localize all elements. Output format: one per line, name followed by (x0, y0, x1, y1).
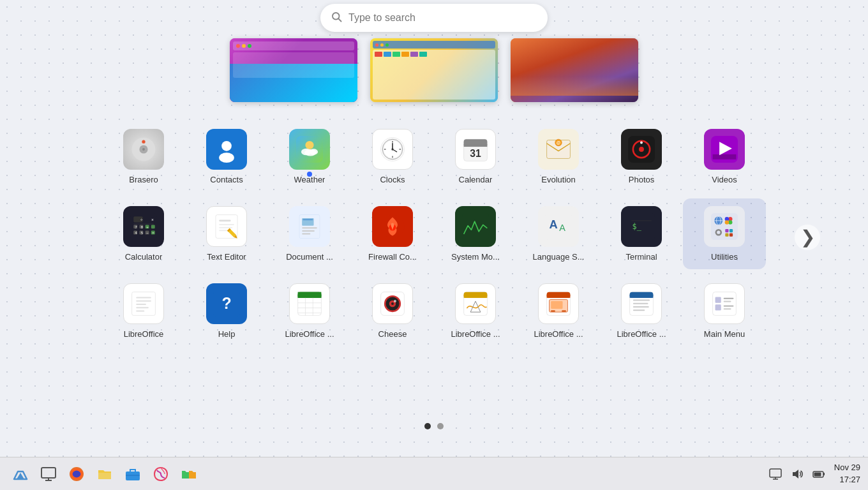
taskbar: Nov 29 17:27 (0, 457, 868, 490)
weather-icon (289, 129, 330, 170)
svg-marker-147 (17, 473, 24, 479)
app-mainmenu[interactable]: Main Menu (683, 276, 766, 346)
clock-time: 17:27 (834, 474, 860, 486)
taskbar-files-icon[interactable] (92, 461, 117, 487)
svg-rect-127 (547, 295, 571, 298)
screen-icon[interactable] (767, 465, 784, 483)
sysmon-icon (455, 206, 496, 247)
svg-rect-60 (219, 220, 230, 222)
taskbar-firefox-icon[interactable] (64, 461, 89, 487)
langS-label: Language S... (533, 252, 585, 262)
svg-rect-61 (219, 224, 234, 225)
taskbar-zorin-icon[interactable] (8, 461, 33, 487)
app-utilities[interactable]: Utilities (683, 198, 766, 269)
recent-window-2[interactable] (370, 38, 498, 102)
taskbar-display-icon[interactable] (36, 461, 61, 487)
photos-icon (621, 129, 662, 170)
next-page-arrow[interactable]: ❯ (795, 225, 820, 250)
app-langS[interactable]: A A Language S... (517, 198, 600, 269)
app-calculator[interactable]: ÷ × 7 8 + 4 5 (102, 198, 185, 269)
clock-display[interactable]: Nov 29 17:27 (834, 462, 860, 485)
document-icon (289, 206, 330, 247)
pagination-dots (424, 423, 444, 429)
app-lbo-impress[interactable]: LibreOffice ... (517, 276, 600, 346)
pagination-dot-1[interactable] (424, 423, 431, 429)
app-contacts[interactable]: Contacts (185, 121, 268, 192)
utilities-icon (704, 206, 745, 247)
videos-icon (704, 129, 745, 170)
taskbar-appearance-icon[interactable] (148, 461, 174, 487)
app-brasero[interactable]: Brasero (102, 121, 185, 192)
pagination-dot-2[interactable] (437, 423, 444, 429)
svg-rect-83 (711, 213, 738, 240)
clocks-icon (372, 129, 413, 170)
svg-rect-45 (151, 225, 155, 228)
app-lbo-writer[interactable]: LibreOffice ... (600, 276, 683, 346)
svg-rect-36 (713, 154, 737, 160)
svg-rect-94 (730, 229, 733, 232)
taskbar-colorfolders-icon[interactable] (176, 461, 202, 487)
svg-text:÷: ÷ (140, 218, 143, 222)
svg-rect-130 (551, 311, 555, 312)
svg-rect-71 (302, 227, 317, 228)
svg-rect-155 (770, 469, 781, 477)
svg-rect-70 (303, 219, 313, 220)
svg-rect-102 (136, 307, 149, 308)
app-row-3: LibreOffice ? Help (83, 276, 785, 346)
svg-point-5 (142, 140, 145, 144)
svg-rect-145 (724, 308, 731, 309)
svg-text:A: A (550, 218, 558, 231)
lbo-calc-label: LibreOffice ... (285, 329, 334, 339)
app-calendar[interactable]: 31 Calendar (434, 121, 517, 192)
lbo-draw-icon (455, 283, 496, 324)
app-sysmon[interactable]: System Mo... (434, 198, 517, 269)
svg-rect-141 (715, 304, 721, 310)
app-weather[interactable]: Weather (268, 121, 351, 192)
app-videos[interactable]: Videos (683, 121, 766, 192)
svg-point-22 (391, 148, 393, 150)
app-terminal[interactable]: $_ Terminal (600, 198, 683, 269)
svg-point-12 (310, 149, 318, 154)
search-bar[interactable] (320, 4, 548, 32)
search-input[interactable] (348, 12, 537, 24)
svg-point-6 (221, 141, 232, 151)
svg-line-1 (338, 19, 341, 21)
taskbar-briefcase-icon[interactable] (120, 461, 146, 487)
cheese-label: Cheese (378, 329, 407, 339)
calendar-icon: 31 (455, 129, 496, 170)
volume-icon[interactable] (788, 465, 806, 483)
brasero-label: Brasero (129, 175, 158, 184)
svg-rect-103 (136, 311, 144, 312)
weather-notification-dot (307, 172, 312, 177)
lbo-writer-icon (621, 283, 662, 324)
clocks-label: Clocks (380, 175, 405, 184)
svg-rect-72 (302, 230, 315, 232)
app-photos[interactable]: Photos (600, 121, 683, 192)
battery-icon[interactable] (810, 465, 828, 483)
cheese-icon (372, 283, 413, 324)
terminal-icon: $_ (621, 206, 662, 247)
svg-rect-137 (633, 306, 649, 308)
clock-date: Nov 29 (834, 462, 860, 473)
app-firewall[interactable]: Firewall Co... (351, 198, 434, 269)
lbo-calc-icon (289, 283, 330, 324)
app-lbo-calc[interactable]: LibreOffice ... (268, 276, 351, 346)
svg-rect-26 (464, 144, 488, 147)
svg-rect-143 (724, 301, 731, 302)
app-clocks[interactable]: Clocks (351, 121, 434, 192)
recent-window-1[interactable] (230, 38, 357, 102)
brasero-icon (123, 129, 164, 170)
svg-rect-129 (551, 301, 562, 309)
svg-text:A: A (559, 223, 565, 233)
app-texteditor[interactable]: Text Editor (185, 198, 268, 269)
app-evolution[interactable]: @ Evolution (517, 121, 600, 192)
app-lbo-draw[interactable]: LibreOffice ... (434, 276, 517, 346)
svg-text:@: @ (557, 140, 560, 145)
svg-point-92 (717, 231, 720, 234)
recent-window-3[interactable] (511, 38, 638, 102)
app-document[interactable]: Document ... (268, 198, 351, 269)
app-help[interactable]: ? Help (185, 276, 268, 346)
svg-text:=: = (152, 231, 154, 235)
app-libreoffice[interactable]: LibreOffice (102, 276, 185, 346)
app-cheese[interactable]: Cheese (351, 276, 434, 346)
